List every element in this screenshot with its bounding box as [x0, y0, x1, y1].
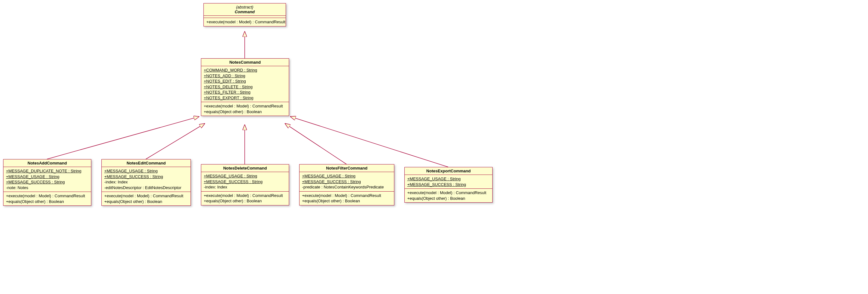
stereotype-label: {abstract} — [207, 5, 282, 9]
attribute: -predicate : NotesContainKeywordsPredica… — [302, 184, 392, 190]
operations-section: +execute(model : Model) : CommandResult … — [3, 192, 91, 205]
operation: +equals(Object other) : Boolean — [104, 199, 188, 205]
attribute: +NOTES_EDIT : String — [204, 79, 286, 84]
edge-filter-notescommand — [285, 123, 346, 164]
operation: +execute(model : Model) : CommandResult — [204, 193, 286, 199]
attributes-section: +MESSAGE_USAGE : String +MESSAGE_SUCCESS… — [201, 172, 289, 192]
class-title: NotesEditCommand — [102, 159, 190, 167]
edge-edit-notescommand — [146, 123, 205, 159]
class-title: NotesDeleteCommand — [201, 165, 289, 172]
attribute: +MESSAGE_SUCCESS : String — [204, 179, 286, 185]
class-notes-filter-command: NotesFilterCommand +MESSAGE_USAGE : Stri… — [299, 164, 394, 205]
class-name: NotesEditCommand — [127, 161, 166, 166]
attribute: -note: Notes — [6, 185, 89, 190]
class-name: Command — [207, 9, 282, 14]
connectors-svg — [0, 0, 868, 294]
operation: +execute(model : Model) : CommandResult — [206, 19, 283, 25]
attribute: +MESSAGE_SUCCESS : String — [302, 179, 392, 185]
operations-section: +execute(model : Model) : CommandResult … — [405, 189, 492, 202]
attributes-section: +MESSAGE_USAGE : String +MESSAGE_SUCCESS… — [300, 172, 394, 192]
attribute: +NOTES_EXPORT : String — [204, 95, 286, 101]
class-name: NotesFilterCommand — [326, 166, 367, 171]
class-title-notes-command: NotesCommand — [201, 59, 289, 66]
attributes-section — [204, 16, 286, 18]
attribute: +NOTES_FILTER : String — [204, 89, 286, 95]
attributes-section: +MESSAGE_USAGE : String +MESSAGE_SUCCESS… — [102, 167, 190, 192]
attribute: +MESSAGE_USAGE : String — [104, 168, 188, 174]
attribute: +MESSAGE_USAGE : String — [204, 173, 286, 179]
class-notes-edit-command: NotesEditCommand +MESSAGE_USAGE : String… — [101, 159, 191, 206]
attributes-section: +MESSAGE_USAGE : String +MESSAGE_SUCCESS… — [405, 175, 492, 189]
operation: +equals(Object other) : Boolean — [204, 198, 286, 204]
class-notes-export-command: NotesExportCommand +MESSAGE_USAGE : Stri… — [404, 167, 493, 203]
attribute: +COMMAND_WORD : String — [204, 67, 286, 73]
class-name: NotesAddCommand — [28, 161, 67, 166]
operations-section: +execute(model : Model) : CommandResult — [204, 18, 286, 26]
class-name: NotesCommand — [229, 60, 261, 65]
operation: +execute(model : Model) : CommandResult — [407, 190, 490, 196]
operation: +equals(Object other) : Boolean — [204, 109, 286, 115]
attribute: +MESSAGE_SUCCESS : String — [6, 179, 89, 185]
class-title: NotesFilterCommand — [300, 165, 394, 172]
class-notes-add-command: NotesAddCommand +MESSAGE_DUPLICATE_NOTE … — [3, 159, 91, 206]
attribute: +NOTES_ADD : String — [204, 73, 286, 79]
attributes-section: +COMMAND_WORD : String +NOTES_ADD : Stri… — [201, 66, 289, 102]
operation: +execute(model : Model) : CommandResult — [204, 104, 286, 109]
operation: +execute(model : Model) : CommandResult — [6, 193, 89, 199]
class-title: NotesExportCommand — [405, 167, 492, 175]
operations-section: +execute(model : Model) : CommandResult … — [300, 192, 394, 205]
operation: +execute(model : Model) : CommandResult — [104, 193, 188, 199]
class-title: NotesAddCommand — [3, 159, 91, 167]
operations-section: +execute(model : Model) : CommandResult … — [201, 102, 289, 116]
class-title-command: {abstract} Command — [204, 3, 286, 16]
attribute: +MESSAGE_USAGE : String — [407, 176, 490, 182]
operations-section: +execute(model : Model) : CommandResult … — [102, 192, 190, 205]
edge-export-notescommand — [290, 117, 448, 167]
class-notes-delete-command: NotesDeleteCommand +MESSAGE_USAGE : Stri… — [201, 164, 289, 205]
class-notes-command: NotesCommand +COMMAND_WORD : String +NOT… — [201, 58, 289, 116]
attribute: -editNotesDescriptor : EditNotesDescript… — [104, 185, 188, 190]
operation: +execute(model : Model) : CommandResult — [302, 193, 392, 199]
attribute: +MESSAGE_SUCCESS : String — [104, 174, 188, 180]
attribute: +MESSAGE_USAGE : String — [6, 174, 89, 180]
attribute: -index: Index — [104, 179, 188, 185]
attribute: +MESSAGE_DUPLICATE_NOTE : String — [6, 168, 89, 174]
operation: +equals(Object other) : Boolean — [302, 198, 392, 204]
operation: +equals(Object other) : Boolean — [407, 196, 490, 201]
attribute: -index: Index — [204, 184, 286, 190]
class-name: NotesExportCommand — [427, 169, 471, 173]
class-name: NotesDeleteCommand — [223, 166, 267, 171]
attribute: +MESSAGE_SUCCESS : String — [407, 182, 490, 187]
attribute: +NOTES_DELETE : String — [204, 84, 286, 90]
edge-add-notescommand — [47, 117, 199, 159]
operation: +equals(Object other) : Boolean — [6, 199, 89, 205]
attribute: +MESSAGE_USAGE : String — [302, 173, 392, 179]
operations-section: +execute(model : Model) : CommandResult … — [201, 192, 289, 205]
attributes-section: +MESSAGE_DUPLICATE_NOTE : String +MESSAG… — [3, 167, 91, 192]
class-command: {abstract} Command +execute(model : Mode… — [204, 3, 286, 27]
